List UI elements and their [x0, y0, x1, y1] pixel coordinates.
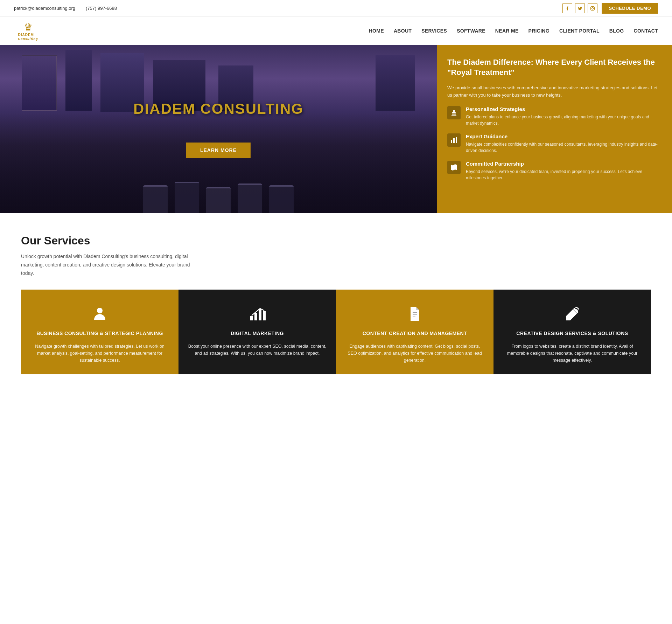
feature-expert-desc: Navigate complexities confidently with o…	[466, 141, 662, 154]
nav-item-client-portal[interactable]: CLIENT PORTAL	[559, 28, 600, 34]
chart-icon	[447, 133, 461, 147]
services-heading: Our Services	[21, 234, 651, 247]
facebook-icon[interactable]	[562, 4, 572, 13]
instagram-icon[interactable]	[588, 4, 597, 13]
feature-partnership-content: Committed Partnership Beyond services, w…	[466, 161, 662, 181]
document-icon	[404, 304, 425, 325]
nav-item-blog[interactable]: BLOG	[609, 28, 624, 34]
services-grid: BUSINESS CONSULTING & STRATEGIC PLANNING…	[21, 290, 651, 374]
chess-icon	[447, 106, 461, 119]
service-card-business-title: BUSINESS CONSULTING & STRATEGIC PLANNING	[36, 330, 163, 337]
hero-heading: The Diadem Difference: Where Every Clien…	[447, 57, 662, 77]
nav-item-home[interactable]: HOME	[369, 28, 384, 34]
navbar: ♛ DIADEMConsulting HOME ABOUT SERVICES S…	[0, 17, 672, 45]
email-link[interactable]: patrick@diademconsulting.org	[14, 6, 75, 11]
svg-rect-2	[456, 137, 457, 143]
nav-item-contact[interactable]: CONTACT	[634, 28, 658, 34]
phone-link[interactable]: (757) 997-6688	[86, 6, 117, 11]
service-card-content-desc: Engage audiences with captivating conten…	[345, 343, 485, 364]
service-card-digital-desc: Boost your online presence with our expe…	[187, 343, 327, 357]
service-card-design-title: CREATIVE DESIGN SERVICES & SOLUTIONS	[516, 330, 628, 337]
hero-section: DIADEM CONSULTING LEARN MORE The Diadem …	[0, 45, 672, 213]
top-bar-actions: SCHEDULE DEMO	[562, 3, 658, 14]
schedule-demo-button[interactable]: SCHEDULE DEMO	[602, 3, 658, 14]
services-intro: Unlock growth potential with Diadem Cons…	[21, 252, 196, 277]
feature-partnership: Committed Partnership Beyond services, w…	[447, 161, 662, 181]
social-icons	[562, 4, 597, 13]
nav-item-pricing[interactable]: PRICING	[528, 28, 550, 34]
nav-item-about[interactable]: ABOUT	[394, 28, 412, 34]
svg-rect-6	[259, 309, 261, 320]
svg-point-3	[97, 308, 103, 313]
bar-chart-icon	[247, 304, 268, 325]
hero-intro-text: We provide small businesses with compreh…	[447, 84, 662, 99]
top-bar: patrick@diademconsulting.org (757) 997-6…	[0, 0, 672, 17]
feature-partnership-desc: Beyond services, we're your dedicated te…	[466, 168, 662, 181]
person-icon	[89, 304, 110, 325]
svg-rect-1	[453, 138, 455, 143]
nav-item-services[interactable]: SERVICES	[421, 28, 447, 34]
feature-expert: Expert Guidance Navigate complexities co…	[447, 133, 662, 154]
hero-image: DIADEM CONSULTING LEARN MORE	[0, 45, 437, 213]
feature-expert-title: Expert Guidance	[466, 133, 662, 139]
map-icon	[447, 161, 461, 174]
feature-personalized: Personalized Strategies Get tailored pla…	[447, 106, 662, 126]
logo-text: DIADEMConsulting	[18, 33, 38, 41]
logo-crown-icon: ♛	[24, 21, 33, 33]
hero-info-panel: The Diadem Difference: Where Every Clien…	[437, 45, 672, 213]
service-card-design-desc: From logos to websites, create a distinc…	[502, 343, 642, 364]
feature-personalized-content: Personalized Strategies Get tailored pla…	[466, 106, 662, 126]
feature-personalized-title: Personalized Strategies	[466, 106, 662, 112]
nav-item-software[interactable]: SOFTWARE	[457, 28, 485, 34]
services-section: Our Services Unlock growth potential wit…	[0, 213, 672, 388]
feature-expert-content: Expert Guidance Navigate complexities co…	[466, 133, 662, 154]
service-card-digital-title: DIGITAL MARKETING	[231, 330, 284, 337]
top-bar-contact-info: patrick@diademconsulting.org (757) 997-6…	[14, 6, 117, 11]
learn-more-button[interactable]: LEARN MORE	[186, 143, 251, 158]
service-card-design: CREATIVE DESIGN SERVICES & SOLUTIONS Fro…	[493, 290, 651, 374]
service-card-business: BUSINESS CONSULTING & STRATEGIC PLANNING…	[21, 290, 178, 374]
feature-personalized-desc: Get tailored plans to enhance your busin…	[466, 114, 662, 126]
feature-partnership-title: Committed Partnership	[466, 161, 662, 167]
twitter-icon[interactable]	[575, 4, 585, 13]
svg-rect-4	[250, 316, 253, 320]
service-card-content: CONTENT CREATION AND MANAGEMENT Engage a…	[336, 290, 493, 374]
service-card-digital: DIGITAL MARKETING Boost your online pres…	[178, 290, 336, 374]
design-icon	[562, 304, 583, 325]
svg-rect-5	[254, 313, 257, 320]
service-card-business-desc: Navigate growth challenges with tailored…	[30, 343, 170, 364]
nav-item-near-me[interactable]: NEAR ME	[495, 28, 519, 34]
logo[interactable]: ♛ DIADEMConsulting	[14, 20, 42, 41]
svg-rect-7	[263, 311, 266, 320]
service-card-content-title: CONTENT CREATION AND MANAGEMENT	[363, 330, 467, 337]
hero-title: DIADEM CONSULTING	[133, 100, 303, 117]
nav-links: HOME ABOUT SERVICES SOFTWARE NEAR ME PRI…	[369, 28, 658, 34]
svg-rect-0	[451, 140, 452, 143]
